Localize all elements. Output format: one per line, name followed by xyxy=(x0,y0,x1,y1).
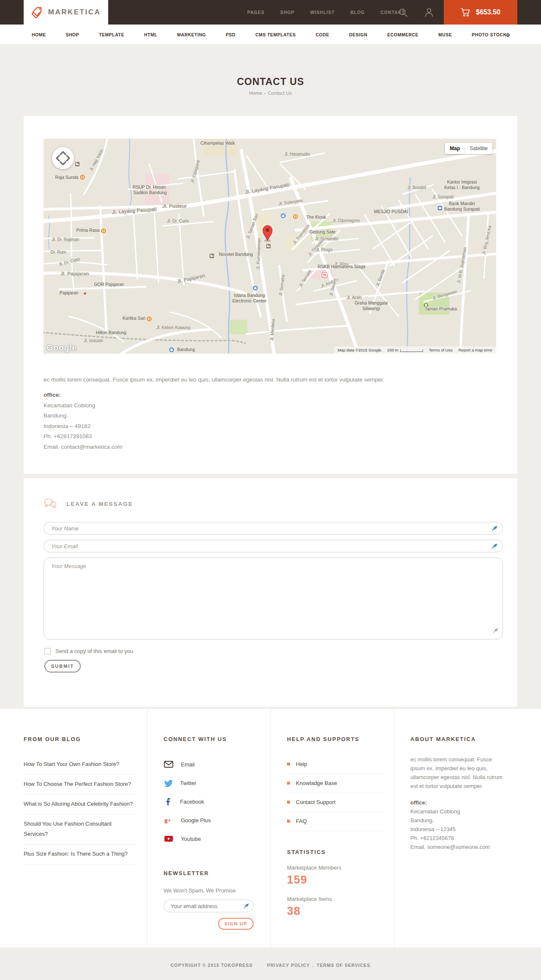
blog-post-item: Should You Use Fashion Consultant Servic… xyxy=(24,815,135,845)
map-scale: 200 m xyxy=(387,348,423,352)
help-link[interactable]: FAQ xyxy=(296,818,307,824)
help-link[interactable]: Contact Support xyxy=(296,799,336,805)
page-title: CONTACT US xyxy=(0,76,541,88)
social-link-youtube[interactable]: Youtube xyxy=(164,829,260,848)
google-map[interactable]: H Cihampelas WalkJl. HasanudinJl. Haji Y… xyxy=(44,139,496,354)
terms-of-services-link[interactable]: TERMS OF SERVICES xyxy=(317,963,370,968)
category-link[interactable]: TEMPLATE xyxy=(99,32,124,37)
svg-text:Bank Mandiri: Bank Mandiri xyxy=(449,201,475,206)
blog-post-link[interactable]: How To Start Your Own Fashion Store? xyxy=(24,755,135,774)
category-link[interactable]: CMS TEMPLATES xyxy=(255,32,296,37)
social-link-twitter[interactable]: Twitter xyxy=(164,774,260,792)
category-link[interactable]: MARKETING xyxy=(177,32,206,37)
help-link[interactable]: Help xyxy=(296,761,307,767)
satellite-view-button[interactable]: Satellite xyxy=(464,143,492,154)
report-map-error-link[interactable]: Report a map error xyxy=(459,348,492,352)
top-nav: PAGESSHOPWISHLISTBLOGCONTACT xyxy=(247,0,405,25)
blog-post-link[interactable]: Should You Use Fashion Consultant Servic… xyxy=(24,815,135,844)
twitter-icon xyxy=(164,778,173,788)
terms-of-use-link[interactable]: Terms of Use xyxy=(429,348,453,352)
breadcrumb-home-link[interactable]: Home xyxy=(249,91,262,96)
sign-up-button[interactable]: SIGN UP xyxy=(218,918,254,930)
statistics-heading: STATISTICS xyxy=(287,849,384,855)
email-input[interactable] xyxy=(44,540,503,552)
statistics-section: STATISTICS Marketplace Members 159 Marke… xyxy=(287,849,384,918)
leave-message-card: LEAVE A MESSAGE Send a copy of this emai… xyxy=(24,478,517,707)
map-view-button[interactable]: Map xyxy=(445,143,464,154)
help-link-item[interactable]: FAQ xyxy=(287,812,384,831)
blog-post-link[interactable]: How To Choose The Perfect Fashion Store? xyxy=(24,775,135,794)
blog-post-link[interactable]: What is So Alluring About Celebrity Fash… xyxy=(24,795,135,814)
svg-text:Jl. Pasteur: Jl. Pasteur xyxy=(162,203,187,209)
send-copy-option[interactable]: Send a copy of this email to you xyxy=(44,648,133,654)
category-link[interactable]: ECOMMERCE xyxy=(387,32,418,37)
pen-icon xyxy=(493,628,499,635)
category-link[interactable]: DESIGN xyxy=(349,32,367,37)
copyright-text: COPYRIGHT © 2015 TOKOPRESS xyxy=(171,963,253,968)
submit-button[interactable]: SUBMIT xyxy=(44,660,81,673)
category-link[interactable]: PHOTO STOCKS xyxy=(472,32,510,37)
category-link[interactable]: HOME xyxy=(32,32,46,37)
message-textarea[interactable] xyxy=(44,557,503,640)
office-line: Indonesia – 49182 xyxy=(44,421,122,432)
top-header: MARKETICA PAGESSHOPWISHLISTBLOGCONTACT $… xyxy=(0,0,541,25)
blog-heading: FROM OUR BLOG xyxy=(24,736,135,742)
svg-text:Jl. Diponegoro: Jl. Diponegoro xyxy=(333,218,360,223)
topnav-link[interactable]: SHOP xyxy=(280,10,295,15)
newsletter-email-input[interactable] xyxy=(164,900,254,912)
pen-icon xyxy=(492,543,498,551)
stat-items: Marketplace Items 38 xyxy=(287,896,384,918)
help-link[interactable]: Knowladge Base xyxy=(296,780,337,786)
search-icon[interactable] xyxy=(398,8,408,19)
help-link-item[interactable]: Knowladge Base xyxy=(287,774,384,793)
send-copy-checkbox[interactable] xyxy=(44,648,51,654)
name-input[interactable] xyxy=(44,522,503,535)
svg-text:Bandung: Bandung xyxy=(177,347,195,352)
map-pan-control[interactable] xyxy=(52,147,74,169)
office-line: Bandung. xyxy=(44,411,122,421)
svg-text:Jl. Dr. Curie: Jl. Dr. Curie xyxy=(167,219,189,223)
about-heading: ABOUT MARKETICA xyxy=(410,736,507,742)
category-link[interactable]: HTML xyxy=(144,32,157,37)
newsletter-tagline: We Won't Spam, We Promise xyxy=(164,887,260,894)
social-link-email[interactable]: Email xyxy=(164,755,260,774)
cart-button[interactable]: $653.50 xyxy=(444,0,517,25)
breadcrumb: Home›Contact Us xyxy=(0,91,541,96)
topnav-link[interactable]: WISHLIST xyxy=(310,10,335,15)
user-account-icon[interactable] xyxy=(424,7,434,19)
privacy-policy-link[interactable]: PRIVACY POLICY xyxy=(267,963,310,968)
social-link-google-plus[interactable]: g+ Google Plus xyxy=(164,811,260,829)
chevron-down-icon[interactable] xyxy=(505,32,511,39)
social-link-facebook[interactable]: Facebook xyxy=(164,792,260,811)
help-link-item[interactable]: Help xyxy=(287,755,384,774)
footer-help-column: HELP AND SUPPORTS Help Kn xyxy=(270,709,394,947)
office-address: office: Kecamatan CoblongBandung.Indones… xyxy=(44,390,122,452)
svg-text:Kartika Sari: Kartika Sari xyxy=(123,316,145,321)
divider xyxy=(24,864,135,865)
office-label: office: xyxy=(44,390,122,401)
youtube-icon xyxy=(164,834,174,843)
map-type-switcher: Map Satellite xyxy=(445,143,492,154)
category-link[interactable]: MUSE xyxy=(438,32,452,37)
site-footer: FROM OUR BLOG How To Start Your Own Fash… xyxy=(0,709,541,947)
category-link[interactable]: SHOP xyxy=(66,32,79,37)
brand-logo[interactable]: MARKETICA xyxy=(24,0,108,25)
category-link[interactable]: PSD xyxy=(226,32,235,37)
topnav-link[interactable]: PAGES xyxy=(247,10,265,15)
topnav-link[interactable]: BLOG xyxy=(350,10,365,15)
office-line: Ph. +62817391083 xyxy=(44,431,122,442)
help-link-item[interactable]: Contact Support xyxy=(287,793,384,812)
blog-post-link[interactable]: Plus Size Fashion: Is There Such a Thing… xyxy=(24,845,135,864)
svg-text:Graha Manggala: Graha Manggala xyxy=(355,300,388,305)
category-link[interactable]: CODE xyxy=(316,32,329,37)
svg-text:Siliwangi: Siliwangi xyxy=(362,306,380,311)
blog-post-item: Plus Size Fashion: Is There Such a Thing… xyxy=(24,845,135,865)
contact-intro-text: ec mollis lorem consequat. Fusce ipsum e… xyxy=(44,376,497,383)
svg-text:Gedung Sate: Gedung Sate xyxy=(309,229,336,234)
square-bullet-icon xyxy=(287,782,290,785)
restaurant-poi-icon xyxy=(101,228,107,234)
contact-info-card: H Cihampelas WalkJl. HasanudinJl. Haji Y… xyxy=(24,116,517,474)
hotel-poi-icon xyxy=(266,244,271,249)
hospital-poi-icon: H xyxy=(322,272,327,277)
svg-text:Jl. Bondol: Jl. Bondol xyxy=(407,185,426,190)
